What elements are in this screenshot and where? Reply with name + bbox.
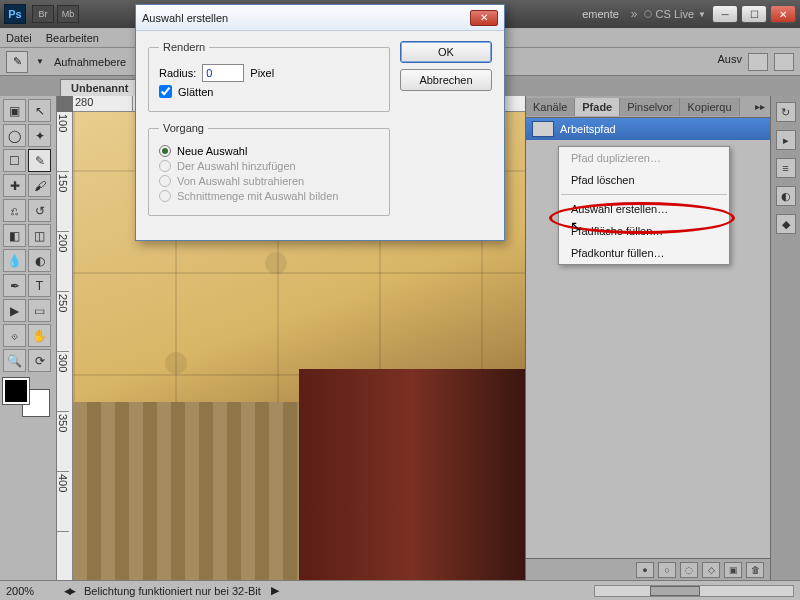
- horizontal-scrollbar[interactable]: [594, 585, 794, 597]
- tool-preset-dropdown[interactable]: ▼: [36, 57, 46, 66]
- operation-legend: Vorgang: [159, 122, 208, 134]
- rotate-view-tool[interactable]: ⟳: [28, 349, 51, 372]
- minimize-button[interactable]: ─: [712, 5, 738, 23]
- op-int-label: Schnittmenge mit Auswahl bilden: [177, 190, 338, 202]
- ctx-make-selection[interactable]: Auswahl erstellen…: [559, 198, 729, 220]
- ruler-vertical[interactable]: 100 150 200 250 300 350 400: [57, 112, 73, 580]
- collapsed-panel-strip: ↻ ▸ ≡ ◐ ◆: [770, 96, 800, 580]
- load-selection-button[interactable]: ◌: [680, 562, 698, 578]
- delete-path-button[interactable]: 🗑: [746, 562, 764, 578]
- document-tab[interactable]: Unbenannt: [60, 79, 139, 96]
- op-add-selection: Der Auswahl hinzufügen: [159, 160, 379, 172]
- ruler-tick: 300: [57, 352, 69, 412]
- clone-stamp-tool[interactable]: ⎌: [3, 199, 26, 222]
- chevron-right-icon[interactable]: ▶: [271, 584, 279, 597]
- brush-tool[interactable]: 🖌: [28, 174, 51, 197]
- toolbox: ▣ ↖ ◯ ✦ ☐ ✎ ✚ 🖌 ⎌ ↺ ◧ ◫ 💧 ◐ ✒ T ▶ ▭ ⟐ ✋ …: [0, 96, 57, 580]
- screen-mode-button[interactable]: [748, 53, 768, 71]
- cslive-menu[interactable]: CS Live ▼: [644, 8, 706, 20]
- panel-flyout-icon[interactable]: ▸▸: [750, 101, 770, 112]
- canvas-artwork: [299, 369, 525, 580]
- actions-panel-icon[interactable]: ▸: [776, 130, 796, 150]
- healing-brush-tool[interactable]: ✚: [3, 174, 26, 197]
- op-sub-selection: Von Auswahl subtrahieren: [159, 175, 379, 187]
- ruler-tick: 280: [73, 96, 133, 111]
- status-dot-icon: [644, 10, 652, 18]
- tab-brush-presets[interactable]: Pinselvor: [620, 98, 680, 116]
- foreground-swatch[interactable]: [3, 378, 29, 404]
- 3d-tool[interactable]: ⟐: [3, 324, 26, 347]
- tab-channels[interactable]: Kanäle: [526, 98, 575, 116]
- blur-tool[interactable]: 💧: [3, 249, 26, 272]
- dialog-close-button[interactable]: ✕: [470, 10, 498, 26]
- history-panel-icon[interactable]: ↻: [776, 102, 796, 122]
- layers-panel-icon[interactable]: ≡: [776, 158, 796, 178]
- sample-label: Aufnahmebere: [54, 56, 126, 68]
- op-new-selection[interactable]: Neue Auswahl: [159, 145, 379, 157]
- minibridge-button[interactable]: Mb: [57, 5, 79, 23]
- path-thumb-icon: [532, 121, 554, 137]
- history-brush-tool[interactable]: ↺: [28, 199, 51, 222]
- stroke-path-button[interactable]: ○: [658, 562, 676, 578]
- eyedropper-icon[interactable]: ✎: [6, 51, 28, 73]
- ruler-tick: 350: [57, 412, 69, 472]
- new-path-button[interactable]: ▣: [724, 562, 742, 578]
- color-swatches[interactable]: [3, 378, 53, 416]
- antialias-label: Glätten: [178, 86, 213, 98]
- op-add-label: Der Auswahl hinzufügen: [177, 160, 296, 172]
- fill-path-button[interactable]: ●: [636, 562, 654, 578]
- shape-tool[interactable]: ▭: [28, 299, 51, 322]
- maximize-button[interactable]: ☐: [741, 5, 767, 23]
- ctx-fill-path[interactable]: Pfadfläche füllen…: [559, 220, 729, 242]
- bridge-button[interactable]: Br: [32, 5, 54, 23]
- cancel-button[interactable]: Abbrechen: [400, 69, 492, 91]
- lasso-tool[interactable]: ◯: [3, 124, 26, 147]
- zoom-value[interactable]: 200%: [6, 585, 54, 597]
- radio-icon: [159, 175, 171, 187]
- ctx-stroke-path[interactable]: Pfadkontur füllen…: [559, 242, 729, 264]
- radio-icon: [159, 160, 171, 172]
- eyedropper-tool[interactable]: ✎: [28, 149, 51, 172]
- panel-tabs: Kanäle Pfade Pinselvor Kopierqu ▸▸: [526, 96, 770, 118]
- radius-input[interactable]: [202, 64, 244, 82]
- dialog-titlebar[interactable]: Auswahl erstellen ✕: [136, 5, 504, 31]
- arrange-button[interactable]: [774, 53, 794, 71]
- close-button[interactable]: ✕: [770, 5, 796, 23]
- zoom-tool[interactable]: 🔍: [3, 349, 26, 372]
- pen-tool[interactable]: ✒: [3, 274, 26, 297]
- antialias-checkbox[interactable]: [159, 85, 172, 98]
- ctx-delete-path[interactable]: Pfad löschen: [559, 169, 729, 191]
- make-work-path-button[interactable]: ◇: [702, 562, 720, 578]
- scrollbar-thumb[interactable]: [650, 586, 700, 596]
- move-tool[interactable]: ▣: [3, 99, 26, 122]
- chevrons-icon[interactable]: »: [631, 7, 638, 21]
- op-sub-label: Von Auswahl subtrahieren: [177, 175, 304, 187]
- adjustments-panel-icon[interactable]: ◐: [776, 186, 796, 206]
- path-select-tool[interactable]: ▶: [3, 299, 26, 322]
- hand-tool[interactable]: ✋: [28, 324, 51, 347]
- paths-context-menu: Pfad duplizieren… Pfad löschen Auswahl e…: [558, 146, 730, 265]
- ruler-tick: 400: [57, 472, 69, 532]
- gradient-tool[interactable]: ◫: [28, 224, 51, 247]
- nav-arrows-icon[interactable]: ◀▶: [64, 586, 74, 596]
- menu-file[interactable]: Datei: [6, 32, 32, 44]
- workspace-switcher[interactable]: emente: [582, 8, 619, 20]
- cslive-label: CS Live: [656, 8, 695, 20]
- ruler-tick: 100: [57, 112, 69, 172]
- tab-paths[interactable]: Pfade: [575, 98, 620, 116]
- options-extra-label: Ausv: [718, 53, 742, 71]
- dodge-tool[interactable]: ◐: [28, 249, 51, 272]
- magic-wand-tool[interactable]: ✦: [28, 124, 51, 147]
- photoshop-logo: Ps: [4, 4, 26, 24]
- path-item-work-path[interactable]: Arbeitspfad: [526, 118, 770, 140]
- eraser-tool[interactable]: ◧: [3, 224, 26, 247]
- type-tool[interactable]: T: [28, 274, 51, 297]
- tab-clone-source[interactable]: Kopierqu: [680, 98, 739, 116]
- menu-edit[interactable]: Bearbeiten: [46, 32, 99, 44]
- ruler-tick: 200: [57, 232, 69, 292]
- marquee-tool[interactable]: ↖: [28, 99, 51, 122]
- crop-tool[interactable]: ☐: [3, 149, 26, 172]
- status-message: Belichtung funktioniert nur bei 32-Bit: [84, 585, 261, 597]
- ok-button[interactable]: OK: [400, 41, 492, 63]
- styles-panel-icon[interactable]: ◆: [776, 214, 796, 234]
